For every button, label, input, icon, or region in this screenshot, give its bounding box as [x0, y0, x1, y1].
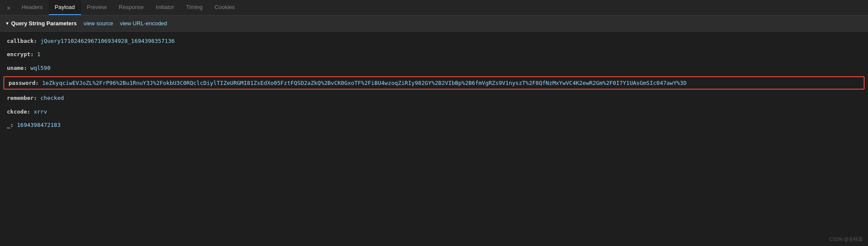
view-url-encoded-link[interactable]: view URL-encoded	[120, 20, 167, 27]
table-row: ckcode: xrrv	[0, 105, 868, 118]
param-value: jQuery17102462967106934928_1694398357136	[40, 38, 175, 44]
section-title: ▼ Query String Parameters	[5, 20, 77, 27]
table-row: _: 1694398472183	[0, 118, 868, 132]
watermark: CSDN @吴秋霖	[829, 236, 863, 243]
table-row: remember: checked	[0, 91, 868, 105]
tab-preview[interactable]: Preview	[81, 0, 113, 15]
param-key: _:	[7, 122, 14, 128]
param-key: ckcode:	[7, 108, 30, 115]
table-row: password: 1eZkyqciwEVJoZL%2FrP96%2Bu1Rnu…	[3, 76, 865, 90]
param-key: uname:	[7, 65, 27, 71]
view-source-link[interactable]: view source	[84, 20, 113, 27]
tab-cookies[interactable]: Cookies	[209, 0, 241, 15]
close-button[interactable]: ✕	[3, 3, 14, 13]
table-row: encrypt: 1	[0, 48, 868, 61]
param-value: 1eZkyqciwEVJoZL%2FrP96%2Bu1RnuY3J%2FokbU…	[42, 80, 687, 86]
tab-bar: ✕ Headers Payload Preview Response Initi…	[0, 0, 868, 15]
param-value: 1	[37, 51, 40, 57]
tab-initiator[interactable]: Initiator	[150, 0, 180, 15]
tab-headers[interactable]: Headers	[15, 0, 48, 15]
param-key: password:	[9, 80, 39, 86]
section-toolbar: ▼ Query String Parameters view source vi…	[0, 15, 868, 32]
tab-response[interactable]: Response	[113, 0, 150, 15]
params-content: callback: jQuery17102462967106934928_169…	[0, 32, 868, 134]
param-key: remember:	[7, 95, 37, 101]
collapse-triangle-icon[interactable]: ▼	[5, 21, 9, 26]
param-value: 1694398472183	[17, 122, 60, 128]
param-key: callback:	[7, 38, 37, 44]
table-row: callback: jQuery17102462967106934928_169…	[0, 34, 868, 48]
param-value: xrrv	[34, 108, 47, 115]
table-row: uname: wql590	[0, 61, 868, 75]
section-title-text: Query String Parameters	[11, 20, 77, 27]
param-value: checked	[40, 95, 64, 101]
param-key: encrypt:	[7, 51, 34, 57]
tab-payload[interactable]: Payload	[49, 0, 81, 15]
param-value: wql590	[30, 65, 51, 71]
tab-timing[interactable]: Timing	[180, 0, 209, 15]
